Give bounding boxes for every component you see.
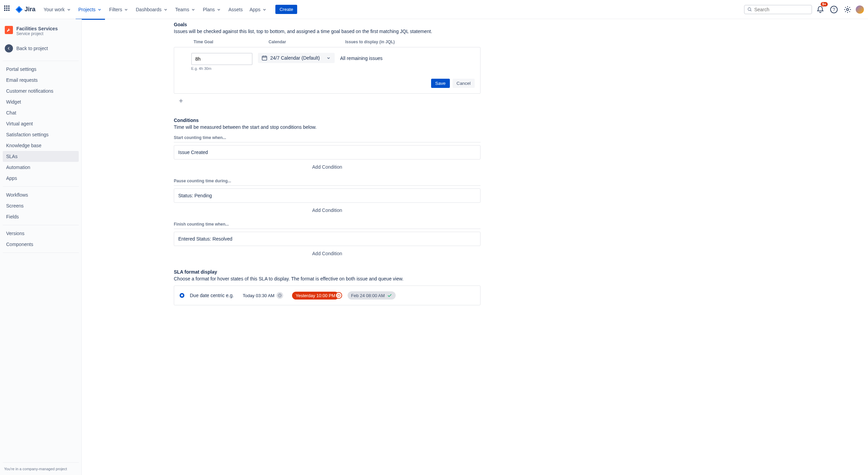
nav-label: Your work	[44, 7, 65, 12]
notif-badge: 9+	[821, 2, 828, 6]
goal-card: E.g. 4h 30m 24/7 Calendar (Default) All …	[174, 47, 481, 94]
header-time-goal: Time Goal	[194, 40, 269, 44]
chevron-down-icon	[326, 55, 331, 61]
wrench-icon	[6, 27, 12, 33]
jira-logo-icon	[15, 5, 23, 14]
sidebar-footer: You're in a company-managed project	[3, 462, 79, 475]
nav-teams[interactable]: Teams	[172, 5, 199, 14]
divider	[3, 186, 79, 187]
clock-icon	[276, 292, 283, 299]
sidebar-item-knowledge-base[interactable]: Knowledge base	[3, 140, 79, 151]
nav-filters[interactable]: Filters	[106, 5, 132, 14]
nav-label: Projects	[78, 7, 96, 12]
divider	[3, 225, 79, 225]
notifications-button[interactable]: 9+	[815, 4, 826, 15]
svg-rect-4	[262, 56, 267, 60]
sidebar-item-apps[interactable]: Apps	[3, 173, 79, 184]
start-label: Start counting time when...	[174, 135, 481, 142]
nav-plans[interactable]: Plans	[200, 5, 224, 14]
header-jql: Issues to display (in JQL)	[345, 40, 481, 44]
sidebar: Facilities Services Service project Back…	[0, 19, 82, 475]
sidebar-item-chat[interactable]: Chat	[3, 107, 79, 118]
format-section: SLA format display Choose a format for h…	[174, 269, 481, 305]
format-desc: Choose a format for hover states of this…	[174, 276, 481, 281]
divider	[3, 252, 79, 253]
conditions-section: Conditions Time will be measured between…	[174, 118, 481, 260]
help-button[interactable]: ?	[828, 4, 839, 15]
save-button[interactable]: Save	[431, 79, 450, 88]
goals-desc: Issues will be checked against this list…	[174, 29, 481, 34]
nav-dashboards[interactable]: Dashboards	[133, 5, 171, 14]
sidebar-item-slas[interactable]: SLAs	[3, 151, 79, 162]
format-example-date: Feb 24 08:00 AM	[348, 291, 396, 300]
nav-label: Dashboards	[136, 7, 162, 12]
divider	[3, 61, 79, 61]
start-condition[interactable]: Issue Created	[174, 145, 481, 159]
app-switcher-icon[interactable]	[4, 5, 12, 14]
sidebar-item-screens[interactable]: Screens	[3, 200, 79, 211]
sidebar-item-fields[interactable]: Fields	[3, 211, 79, 222]
chevron-down-icon	[216, 7, 222, 12]
chevron-down-icon	[97, 7, 102, 12]
conditions-title: Conditions	[174, 118, 481, 123]
svg-text:?: ?	[833, 7, 835, 12]
chevron-down-icon	[66, 7, 72, 12]
search-input[interactable]	[754, 7, 809, 12]
bell-icon	[816, 5, 824, 14]
sidebar-item-email-requests[interactable]: Email requests	[3, 75, 79, 86]
calendar-icon	[261, 55, 268, 61]
sidebar-item-widget[interactable]: Widget	[3, 96, 79, 107]
help-icon: ?	[830, 5, 838, 14]
calendar-value: 24/7 Calendar (Default)	[270, 55, 323, 61]
time-goal-input[interactable]	[191, 53, 253, 65]
jira-logo[interactable]: Jira	[15, 5, 35, 14]
goals-header-row: Time Goal Calendar Issues to display (in…	[174, 38, 481, 47]
format-title: SLA format display	[174, 269, 481, 275]
sidebar-item-customer-notifications[interactable]: Customer notifications	[3, 86, 79, 96]
profile-avatar[interactable]	[856, 5, 864, 14]
nav-projects[interactable]: Projects	[76, 5, 105, 14]
settings-button[interactable]	[842, 4, 853, 15]
format-option-row[interactable]: Due date centric e.g. Today 03:30 AM Yes…	[174, 286, 481, 305]
jira-logo-text: Jira	[25, 6, 35, 13]
jql-display: All remaining issues	[340, 53, 383, 61]
back-arrow-icon	[5, 44, 13, 52]
sidebar-item-portal-settings[interactable]: Portal settings	[3, 64, 79, 75]
sidebar-item-workflows[interactable]: Workflows	[3, 189, 79, 200]
add-goal-button[interactable]	[174, 94, 481, 108]
sidebar-item-virtual-agent[interactable]: Virtual agent	[3, 118, 79, 129]
pause-condition[interactable]: Status: Pending	[174, 188, 481, 203]
nav-your-work[interactable]: Your work	[41, 5, 74, 14]
add-finish-condition[interactable]: Add Condition	[174, 247, 481, 260]
add-start-condition[interactable]: Add Condition	[174, 161, 481, 173]
nav-label: Teams	[175, 7, 189, 12]
plus-icon	[178, 98, 184, 104]
back-to-project[interactable]: Back to project	[3, 42, 79, 55]
format-option-label: Due date centric e.g.	[190, 293, 234, 298]
sidebar-group-2: Workflows Screens Fields	[3, 189, 79, 222]
nav-assets[interactable]: Assets	[226, 5, 245, 14]
sidebar-item-automation[interactable]: Automation	[3, 162, 79, 173]
sidebar-item-versions[interactable]: Versions	[3, 228, 79, 239]
project-type: Service project	[16, 31, 58, 36]
header-calendar: Calendar	[269, 40, 345, 44]
finish-condition[interactable]: Entered Status: Resolved	[174, 232, 481, 246]
format-example-today: Today 03:30 AM	[239, 291, 287, 300]
sidebar-item-components[interactable]: Components	[3, 239, 79, 250]
nav-label: Assets	[228, 7, 243, 12]
search-box[interactable]	[744, 5, 812, 14]
nav-apps[interactable]: Apps	[247, 5, 270, 14]
project-title: Facilities Services	[16, 26, 58, 31]
chevron-down-icon	[191, 7, 196, 12]
add-pause-condition[interactable]: Add Condition	[174, 204, 481, 216]
gear-icon	[843, 5, 852, 14]
radio-selected[interactable]	[180, 293, 184, 298]
goals-section: Goals Issues will be checked against thi…	[174, 22, 481, 108]
calendar-select[interactable]: 24/7 Calendar (Default)	[258, 53, 335, 63]
create-button[interactable]: Create	[275, 5, 297, 14]
finish-label: Finish counting time when...	[174, 222, 481, 229]
cancel-button[interactable]: Cancel	[453, 79, 475, 88]
sidebar-group-3: Versions Components	[3, 228, 79, 250]
sidebar-item-satisfaction-settings[interactable]: Satisfaction settings	[3, 129, 79, 140]
format-example-yesterday: Yesterday 10:00 PM	[292, 292, 339, 300]
